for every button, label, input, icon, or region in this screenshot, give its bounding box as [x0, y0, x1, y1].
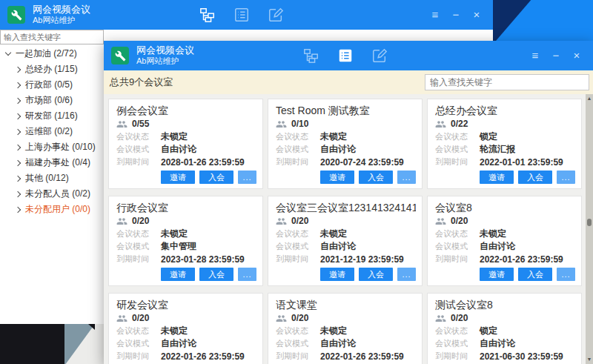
tree-item-label: 其他 (0/12)	[25, 172, 69, 185]
status-label: 会议状态	[116, 325, 161, 337]
tree-item-label: 市场部 (0/6)	[25, 94, 73, 107]
app-logo	[7, 6, 25, 24]
room-title: 语文课堂	[276, 298, 416, 311]
invite-button[interactable]: 邀请	[161, 171, 195, 184]
mode-value: 集中管理	[161, 240, 196, 253]
join-button[interactable]: 入会	[518, 268, 552, 281]
room-capacity: 0/20	[451, 216, 468, 226]
join-button[interactable]: 入会	[199, 268, 233, 281]
scroll-down-icon[interactable]: ▼	[586, 355, 593, 364]
minimize-icon[interactable]: −	[450, 9, 462, 21]
mode-value: 自由讨论	[480, 240, 515, 253]
tree-root-label: 一起加油 (2/72)	[16, 47, 77, 60]
chevron-right-icon	[15, 175, 21, 181]
compose-icon[interactable]	[371, 47, 388, 64]
invite-button[interactable]: 邀请	[480, 171, 514, 184]
tree-item[interactable]: 未分配人员 (0/2)	[0, 186, 104, 202]
status-value: 未锁定	[320, 325, 347, 337]
tree-children: 总经办 (1/15) 行政部 (0/5) 市场部 (0/6) 研	[0, 62, 104, 217]
mode-value: 自由讨论	[161, 143, 196, 156]
room-title: 会议室三会议室123141324141三会...	[276, 201, 416, 214]
status-value: 未锁定	[161, 325, 188, 337]
tree-item[interactable]: 总经办 (1/15)	[0, 62, 104, 77]
join-button[interactable]: 入会	[518, 171, 552, 184]
people-icon	[276, 216, 287, 227]
chevron-right-icon	[15, 97, 21, 103]
minimize-icon[interactable]: −	[550, 50, 562, 62]
room-capacity: 0/20	[291, 313, 308, 323]
tree-item[interactable]: 市场部 (0/6)	[0, 93, 104, 108]
more-button[interactable]: ...	[238, 171, 256, 184]
people-icon	[276, 313, 287, 324]
people-icon	[116, 216, 127, 227]
scrollbar[interactable]: ▲ ▼	[586, 94, 593, 364]
mode-label: 会议模式	[435, 241, 480, 252]
room-count-summary: 总共9个会议室	[110, 76, 173, 89]
expire-label: 到期时间	[116, 351, 161, 362]
invite-button[interactable]: 邀请	[480, 268, 514, 281]
more-button[interactable]: ...	[557, 171, 575, 184]
meeting-list-icon[interactable]	[233, 6, 251, 24]
room-search-input[interactable]	[425, 74, 589, 90]
tree-item[interactable]: 未分配用户 (0/0)	[0, 202, 104, 217]
chevron-right-icon	[15, 159, 21, 165]
compose-icon[interactable]	[267, 6, 285, 24]
org-chart-icon[interactable]	[199, 6, 216, 24]
people-icon	[435, 313, 446, 324]
people-icon	[435, 216, 446, 227]
expire-label: 到期时间	[276, 254, 320, 265]
join-button[interactable]: 入会	[199, 171, 233, 184]
more-button[interactable]: ...	[238, 268, 256, 281]
tree-item[interactable]: 福建办事处 (0/4)	[0, 155, 104, 171]
menu-icon[interactable]: ≡	[529, 50, 541, 62]
wallpaper-navy-shape	[493, 0, 593, 41]
expire-label: 到期时间	[116, 254, 161, 265]
front-titlebar[interactable]: 网会视频会议 Ab网站维护	[104, 41, 593, 70]
more-button[interactable]: ...	[397, 171, 416, 184]
chevron-right-icon	[15, 128, 21, 134]
tree-item[interactable]: 研发部 (1/16)	[0, 108, 104, 124]
expire-value: 2021-06-30 23:59:59	[480, 351, 563, 362]
tree-item-label: 运维部 (0/2)	[25, 125, 73, 138]
room-cards: 例会会议室 0/55 会议状态 未锁定 会议模式	[108, 99, 582, 364]
chevron-right-icon	[15, 82, 21, 87]
invite-button[interactable]: 邀请	[161, 268, 195, 281]
mode-label: 会议模式	[435, 338, 480, 349]
desktop: 网会视频会议 Ab网站维护	[0, 0, 593, 364]
tree-item-label: 研发部 (1/16)	[25, 110, 78, 122]
meeting-room-card: 会议室三会议室123141324141三会... 0/20 会议状态 未锁定	[268, 196, 423, 286]
tree-item[interactable]: 运维部 (0/2)	[0, 124, 104, 139]
more-button[interactable]: ...	[397, 268, 416, 281]
tree-root-item[interactable]: 一起加油 (2/72)	[0, 46, 104, 62]
close-icon[interactable]: ×	[471, 9, 483, 21]
expire-value: 2021-12-19 23:59:59	[320, 254, 404, 265]
wallpaper-top-right	[493, 0, 593, 41]
expire-value: 2022-01-26 23:59:59	[161, 351, 245, 362]
tree-item[interactable]: 行政部 (0/5)	[0, 77, 104, 93]
more-button[interactable]: ...	[557, 268, 575, 281]
chevron-right-icon	[15, 144, 21, 150]
tree-item[interactable]: 其他 (0/12)	[0, 171, 104, 186]
expire-value: 2022-01-26 23:59:59	[320, 351, 404, 362]
wrench-icon	[11, 10, 22, 21]
tree-item-label: 福建办事处 (0/4)	[25, 156, 90, 169]
status-value: 未锁定	[161, 130, 188, 143]
sidebar-search-input[interactable]	[0, 30, 104, 44]
join-button[interactable]: 入会	[359, 268, 393, 281]
meeting-room-card: 测试会议室8 0/20 会议状态 锁定 会议模式	[427, 293, 582, 364]
mode-value: 自由讨论	[161, 337, 196, 350]
invite-button[interactable]: 邀请	[320, 268, 354, 281]
scroll-up-icon[interactable]: ▲	[586, 94, 593, 103]
invite-button[interactable]: 邀请	[320, 171, 354, 184]
status-value: 未锁定	[480, 228, 506, 240]
status-value: 锁定	[480, 325, 497, 337]
meeting-list-icon-active[interactable]	[337, 47, 354, 64]
close-icon[interactable]: ×	[571, 50, 583, 62]
back-titlebar[interactable]: 网会视频会议 Ab网站维护	[0, 0, 493, 30]
app-subtitle: Ab网站维护	[33, 15, 90, 26]
org-chart-icon[interactable]	[302, 47, 320, 64]
join-button[interactable]: 入会	[359, 171, 393, 184]
menu-icon[interactable]: ≡	[429, 9, 441, 21]
scrollbar-thumb[interactable]	[587, 219, 592, 226]
tree-item[interactable]: 上海办事处 (0/10)	[0, 139, 104, 155]
